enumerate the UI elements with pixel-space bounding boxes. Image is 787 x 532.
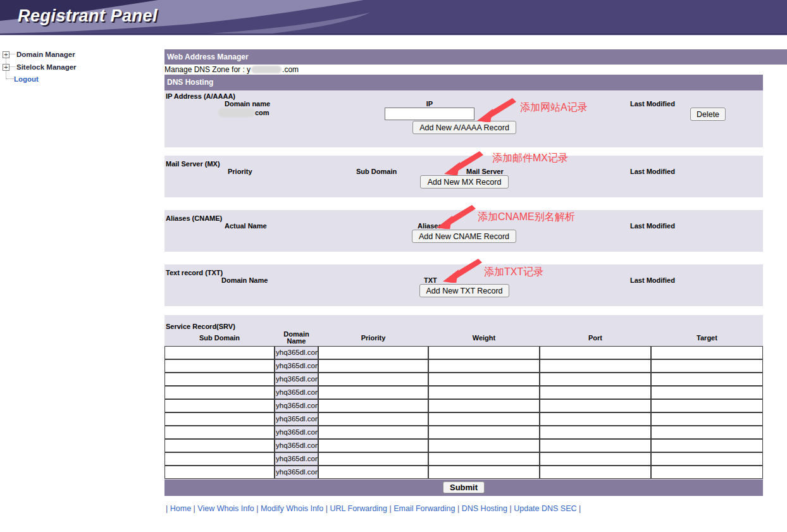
srv-target-input[interactable] [651,412,763,426]
srv-target-input[interactable] [651,386,763,399]
srv-port-input[interactable] [540,399,651,412]
ip-input[interactable] [385,108,474,120]
srv-subdomain-input[interactable] [164,359,275,373]
srv-domain-cell: yhq365dl.com [275,359,318,373]
separator: | [390,504,392,513]
srv-priority-input[interactable] [318,439,428,452]
srv-priority-input[interactable] [318,466,428,479]
srv-priority-input[interactable] [318,373,428,386]
expand-icon[interactable]: + [3,64,9,71]
last-modified-header: Last Modified [630,168,675,175]
srv-weight-input[interactable] [428,373,540,386]
srv-subdomain-input[interactable] [164,386,275,399]
srv-subdomain-input[interactable] [164,426,275,439]
srv-weight-input[interactable] [428,386,540,399]
table-row: yhq365dl.com [164,346,763,359]
srv-port-input[interactable] [540,412,651,426]
table-row: yhq365dl.com [164,466,763,479]
subdomain-header: Sub Domain [356,168,397,175]
srv-target-input[interactable] [651,399,763,412]
srv-weight-input[interactable] [428,346,540,359]
red-arrow-annotation-icon [435,205,476,229]
tree-connector [6,78,14,80]
srv-subdomain-input[interactable] [164,439,275,452]
submit-button[interactable]: Submit [443,481,485,493]
srv-subdomain-input[interactable] [164,452,275,466]
srv-weight-input[interactable] [428,412,540,426]
srv-target-input[interactable] [651,466,763,479]
srv-priority-input[interactable] [318,346,428,359]
sidebar-item-logout[interactable]: Logout [14,75,39,84]
section-mx-record: Mail Server (MX) Priority Sub Domain Mai… [164,156,763,197]
srv-domain-cell: yhq365dl.com [275,412,318,426]
table-row: yhq365dl.com [164,439,763,452]
srv-target-input[interactable] [651,426,763,439]
separator: | [166,504,168,513]
srv-subdomain-input[interactable] [164,373,275,386]
section-title: IP Address (A/AAAA) [166,92,235,100]
red-arrow-annotation-icon [443,151,483,175]
domain-suffix: com [255,109,270,116]
srv-target-input[interactable] [651,452,763,466]
web-address-manager-bar: Web Address Manager [164,49,787,65]
srv-priority-input[interactable] [318,452,428,466]
srv-target-input[interactable] [651,359,763,373]
srv-weight-input[interactable] [428,466,540,479]
srv-domain-cell: yhq365dl.com [275,373,318,386]
srv-subdomain-input[interactable] [164,466,275,479]
srv-port-input[interactable] [540,373,651,386]
footer-link-home[interactable]: Home [170,504,191,513]
sidebar-item-label[interactable]: Sitelock Manager [16,63,77,71]
srv-priority-input[interactable] [318,426,428,439]
srv-port-input[interactable] [540,466,651,479]
footer-link-modify-whois[interactable]: Modify Whois Info [261,504,323,513]
srv-weight-input[interactable] [428,439,540,452]
separator: | [326,504,328,513]
section-cname-record: Aliases (CNAME) Actual Name Aliases Add … [164,210,763,252]
srv-port-input[interactable] [540,452,651,466]
srv-subdomain-input[interactable] [164,346,275,359]
footer-link-view-whois[interactable]: View Whois Info [197,504,254,513]
srv-target-input[interactable] [651,346,763,359]
srv-priority-input[interactable] [318,359,428,373]
srv-port-input[interactable] [540,426,651,439]
section-txt-record: Text record (TXT) Domain Name TXT Add Ne… [164,264,763,306]
srv-subdomain-input[interactable] [164,399,275,412]
delete-button[interactable]: Delete [690,108,726,121]
sidebar-item-domain-manager[interactable]: + Domain Manager [3,50,75,59]
sidebar-item-label[interactable]: Domain Manager [16,51,75,58]
srv-weight-input[interactable] [428,359,540,373]
footer-link-dns-hosting[interactable]: DNS Hosting [462,504,507,513]
footer-link-email-forwarding[interactable]: Email Forwarding [393,504,455,513]
srv-weight-input[interactable] [428,452,540,466]
srv-target-input[interactable] [651,373,763,386]
srv-port-input[interactable] [540,359,651,373]
section-title: Mail Server (MX) [166,160,220,168]
separator: | [579,504,581,513]
txt-header: TXT [424,276,437,284]
add-txt-record-button[interactable]: Add New TXT Record [419,284,509,297]
add-cname-record-button[interactable]: Add New CNAME Record [412,230,516,243]
footer-link-url-forwarding[interactable]: URL Forwarding [330,504,387,513]
logout-link[interactable]: Logout [14,75,39,83]
expand-icon[interactable]: + [3,51,9,58]
srv-weight-input[interactable] [428,426,540,439]
manage-dns-zone-row: Manage DNS Zone for : y .com [164,65,763,75]
srv-subdomain-input[interactable] [164,412,275,426]
add-mx-record-button[interactable]: Add New MX Record [420,175,509,189]
footer-link-update-dns-sec[interactable]: Update DNS SEC [514,504,576,513]
srv-port-input[interactable] [540,346,651,359]
srv-priority-input[interactable] [318,399,428,412]
srv-domain-cell: yhq365dl.com [275,439,318,452]
srv-port-input[interactable] [540,439,651,452]
sidebar-item-sitelock-manager[interactable]: + Sitelock Manager [3,63,77,71]
last-modified-header: Last Modified [630,100,675,108]
srv-domain-cell: yhq365dl.com [275,426,318,439]
srv-target-input[interactable] [651,439,763,452]
srv-priority-input[interactable] [318,412,428,426]
dns-hosting-bar: DNS Hosting [164,75,763,90]
srv-port-input[interactable] [540,386,651,399]
srv-weight-input[interactable] [428,399,540,412]
add-a-record-button[interactable]: Add New A/AAAA Record [412,121,516,134]
srv-priority-input[interactable] [318,386,428,399]
